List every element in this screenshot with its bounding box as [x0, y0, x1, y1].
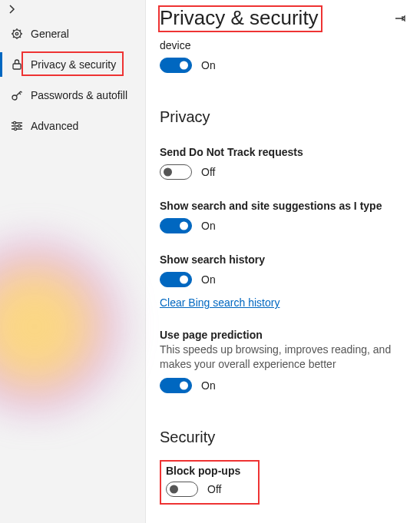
svg-point-4 — [13, 121, 15, 124]
svg-point-1 — [15, 32, 18, 35]
svg-rect-2 — [13, 64, 21, 69]
setting-title: Send Do Not Track requests — [160, 146, 406, 158]
toggle-state-label: On — [201, 220, 216, 232]
sidebar-item-label: Advanced — [31, 120, 78, 132]
page-prediction-toggle[interactable] — [160, 378, 192, 393]
page-title: Privacy & security — [160, 6, 319, 30]
sidebar-item-label: Privacy & security — [31, 58, 116, 71]
gear-icon — [11, 28, 23, 40]
sidebar-item-general[interactable]: General — [0, 18, 145, 49]
search-history-toggle[interactable] — [160, 272, 192, 287]
highlight-box-popups: Block pop-ups Off — [160, 460, 260, 505]
pin-button[interactable] — [394, 12, 406, 25]
setting-page-prediction: Use page prediction This speeds up brows… — [160, 329, 406, 393]
setting-title: Show search and site suggestions as I ty… — [160, 200, 406, 212]
sliders-icon — [11, 120, 23, 132]
background-accent — [0, 238, 123, 415]
back-chevron[interactable] — [0, 0, 145, 18]
section-heading-privacy: Privacy — [160, 108, 406, 126]
settings-main-panel: Privacy & security device On Privacy Sen… — [146, 0, 420, 523]
settings-sidebar: General Privacy & security Passwords & a… — [0, 0, 146, 523]
lock-icon — [11, 58, 23, 71]
setting-description: This speeds up browsing, improves readin… — [160, 343, 406, 372]
toggle-state-label: Off — [207, 483, 221, 495]
sidebar-item-label: General — [31, 28, 69, 40]
sidebar-item-advanced[interactable]: Advanced — [0, 111, 145, 141]
search-suggestions-toggle[interactable] — [160, 218, 192, 233]
toggle-state-label: On — [201, 59, 216, 71]
setting-title: Block pop-ups — [166, 465, 253, 477]
block-popups-toggle[interactable] — [166, 482, 198, 497]
device-toggle[interactable] — [160, 58, 192, 73]
svg-point-6 — [14, 127, 16, 130]
key-icon — [11, 89, 23, 101]
toggle-state-label: Off — [201, 166, 215, 178]
previous-setting-fragment: device — [160, 39, 406, 51]
section-heading-security: Security — [160, 429, 406, 446]
setting-search-history: Show search history On Clear Bing search… — [160, 253, 406, 309]
chevron-right-icon — [8, 5, 17, 14]
toggle-state-label: On — [201, 273, 216, 286]
toggle-state-label: On — [201, 379, 216, 392]
sidebar-item-passwords-autofill[interactable]: Passwords & autofill — [0, 80, 145, 111]
setting-search-suggestions: Show search and site suggestions as I ty… — [160, 200, 406, 233]
dnt-toggle[interactable] — [160, 164, 192, 180]
setting-title: Show search history — [160, 253, 406, 266]
sidebar-nav: General Privacy & security Passwords & a… — [0, 18, 145, 141]
pin-icon — [394, 12, 406, 25]
clear-bing-history-link[interactable]: Clear Bing search history — [160, 296, 279, 309]
setting-dnt: Send Do Not Track requests Off — [160, 146, 406, 180]
sidebar-item-label: Passwords & autofill — [31, 89, 127, 101]
setting-title: Use page prediction — [160, 329, 406, 341]
sidebar-item-privacy-security[interactable]: Privacy & security — [0, 49, 145, 80]
svg-point-5 — [18, 124, 20, 127]
